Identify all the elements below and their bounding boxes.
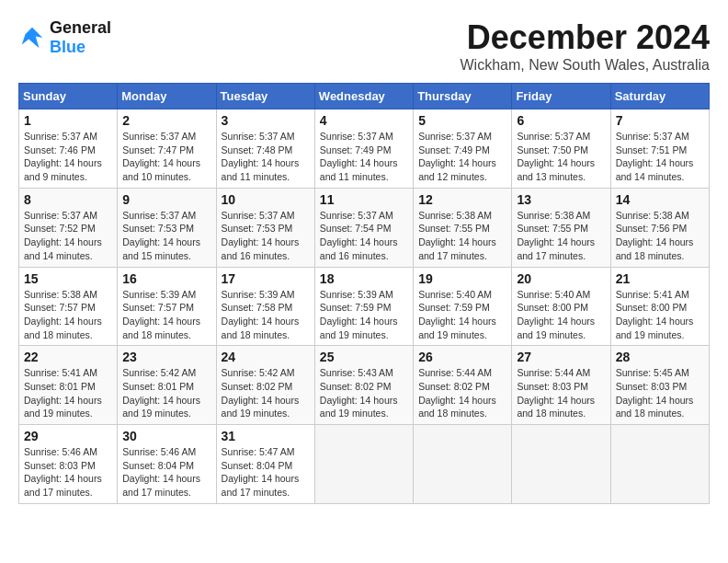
day-info: Sunrise: 5:39 AM Sunset: 7:59 PM Dayligh… — [320, 288, 408, 342]
day-info: Sunrise: 5:39 AM Sunset: 7:58 PM Dayligh… — [222, 288, 310, 342]
weekday-header-wednesday: Wednesday — [314, 84, 413, 109]
day-info: Sunrise: 5:44 AM Sunset: 8:02 PM Dayligh… — [418, 366, 506, 420]
day-number: 19 — [418, 271, 506, 286]
day-number: 20 — [517, 271, 605, 286]
day-cell: 22Sunrise: 5:41 AM Sunset: 8:01 PM Dayli… — [19, 346, 118, 425]
day-number: 27 — [517, 350, 605, 364]
day-info: Sunrise: 5:42 AM Sunset: 8:01 PM Dayligh… — [122, 366, 210, 420]
day-cell: 31Sunrise: 5:47 AM Sunset: 8:04 PM Dayli… — [216, 425, 314, 504]
day-info: Sunrise: 5:46 AM Sunset: 8:03 PM Dayligh… — [24, 445, 112, 500]
calendar: SundayMondayTuesdayWednesdayThursdayFrid… — [18, 83, 710, 504]
day-number: 18 — [320, 271, 408, 286]
day-number: 1 — [24, 113, 112, 128]
weekday-header-sunday: Sunday — [19, 84, 118, 109]
day-number: 6 — [517, 113, 605, 128]
day-number: 13 — [517, 192, 605, 207]
day-number: 17 — [222, 271, 310, 286]
weekday-header-thursday: Thursday — [414, 84, 512, 109]
day-number: 24 — [222, 350, 310, 364]
day-info: Sunrise: 5:39 AM Sunset: 7:57 PM Dayligh… — [122, 288, 210, 342]
day-number: 26 — [418, 350, 506, 364]
weekday-header-row: SundayMondayTuesdayWednesdayThursdayFrid… — [19, 84, 710, 109]
day-cell: 12Sunrise: 5:38 AM Sunset: 7:55 PM Dayli… — [414, 188, 512, 267]
logo-icon — [18, 24, 46, 52]
day-info: Sunrise: 5:42 AM Sunset: 8:02 PM Dayligh… — [222, 366, 310, 420]
day-cell: 3Sunrise: 5:37 AM Sunset: 7:48 PM Daylig… — [216, 109, 314, 189]
day-info: Sunrise: 5:45 AM Sunset: 8:03 PM Dayligh… — [616, 366, 704, 420]
day-cell: 25Sunrise: 5:43 AM Sunset: 8:02 PM Dayli… — [314, 346, 413, 425]
logo: General Blue — [18, 18, 111, 57]
day-info: Sunrise: 5:47 AM Sunset: 8:04 PM Dayligh… — [222, 445, 310, 500]
day-cell — [414, 425, 512, 504]
day-cell: 20Sunrise: 5:40 AM Sunset: 8:00 PM Dayli… — [512, 267, 610, 346]
day-info: Sunrise: 5:38 AM Sunset: 7:55 PM Dayligh… — [418, 209, 506, 263]
day-cell: 2Sunrise: 5:37 AM Sunset: 7:47 PM Daylig… — [118, 109, 216, 189]
day-cell: 7Sunrise: 5:37 AM Sunset: 7:51 PM Daylig… — [610, 109, 709, 189]
weekday-header-monday: Monday — [118, 84, 216, 109]
weekday-header-tuesday: Tuesday — [216, 84, 314, 109]
day-cell: 28Sunrise: 5:45 AM Sunset: 8:03 PM Dayli… — [610, 346, 709, 425]
logo-text: General Blue — [50, 18, 111, 57]
day-info: Sunrise: 5:40 AM Sunset: 8:00 PM Dayligh… — [517, 288, 605, 342]
day-number: 12 — [418, 192, 506, 207]
day-number: 8 — [24, 192, 112, 207]
day-info: Sunrise: 5:41 AM Sunset: 8:00 PM Dayligh… — [616, 288, 704, 342]
day-info: Sunrise: 5:37 AM Sunset: 7:48 PM Dayligh… — [222, 130, 310, 184]
day-cell: 14Sunrise: 5:38 AM Sunset: 7:56 PM Dayli… — [610, 188, 709, 267]
day-cell: 30Sunrise: 5:46 AM Sunset: 8:04 PM Dayli… — [118, 425, 216, 504]
weekday-header-saturday: Saturday — [610, 84, 709, 109]
day-cell: 17Sunrise: 5:39 AM Sunset: 7:58 PM Dayli… — [216, 267, 314, 346]
day-cell: 13Sunrise: 5:38 AM Sunset: 7:55 PM Dayli… — [512, 188, 610, 267]
day-cell: 21Sunrise: 5:41 AM Sunset: 8:00 PM Dayli… — [610, 267, 709, 346]
day-number: 7 — [616, 113, 704, 128]
day-cell — [610, 425, 709, 504]
day-info: Sunrise: 5:43 AM Sunset: 8:02 PM Dayligh… — [320, 366, 408, 420]
location: Wickham, New South Wales, Australia — [461, 57, 711, 74]
day-info: Sunrise: 5:37 AM Sunset: 7:53 PM Dayligh… — [222, 209, 310, 263]
day-info: Sunrise: 5:38 AM Sunset: 7:56 PM Dayligh… — [616, 209, 704, 263]
week-row-2: 8Sunrise: 5:37 AM Sunset: 7:52 PM Daylig… — [19, 188, 710, 267]
day-number: 23 — [122, 350, 210, 364]
day-number: 9 — [122, 192, 210, 207]
day-number: 29 — [24, 429, 112, 443]
day-number: 25 — [320, 350, 408, 364]
day-info: Sunrise: 5:37 AM Sunset: 7:54 PM Dayligh… — [320, 209, 408, 263]
day-cell: 29Sunrise: 5:46 AM Sunset: 8:03 PM Dayli… — [19, 425, 118, 504]
day-cell: 10Sunrise: 5:37 AM Sunset: 7:53 PM Dayli… — [216, 188, 314, 267]
day-cell: 26Sunrise: 5:44 AM Sunset: 8:02 PM Dayli… — [414, 346, 512, 425]
day-info: Sunrise: 5:37 AM Sunset: 7:47 PM Dayligh… — [122, 130, 210, 184]
day-cell: 8Sunrise: 5:37 AM Sunset: 7:52 PM Daylig… — [19, 188, 118, 267]
svg-marker-0 — [22, 28, 43, 49]
day-info: Sunrise: 5:44 AM Sunset: 8:03 PM Dayligh… — [517, 366, 605, 420]
day-number: 28 — [616, 350, 704, 364]
day-cell: 11Sunrise: 5:37 AM Sunset: 7:54 PM Dayli… — [314, 188, 413, 267]
day-cell: 18Sunrise: 5:39 AM Sunset: 7:59 PM Dayli… — [314, 267, 413, 346]
day-number: 4 — [320, 113, 408, 128]
day-number: 14 — [616, 192, 704, 207]
day-info: Sunrise: 5:37 AM Sunset: 7:49 PM Dayligh… — [418, 130, 506, 184]
day-number: 10 — [222, 192, 310, 207]
day-info: Sunrise: 5:37 AM Sunset: 7:53 PM Dayligh… — [122, 209, 210, 263]
week-row-1: 1Sunrise: 5:37 AM Sunset: 7:46 PM Daylig… — [19, 109, 710, 189]
day-cell: 1Sunrise: 5:37 AM Sunset: 7:46 PM Daylig… — [19, 109, 118, 189]
day-number: 21 — [616, 271, 704, 286]
day-info: Sunrise: 5:38 AM Sunset: 7:55 PM Dayligh… — [517, 209, 605, 263]
day-info: Sunrise: 5:46 AM Sunset: 8:04 PM Dayligh… — [122, 445, 210, 500]
day-number: 5 — [418, 113, 506, 128]
day-number: 3 — [222, 113, 310, 128]
header: General Blue December 2024 Wickham, New … — [18, 18, 710, 74]
day-cell: 23Sunrise: 5:42 AM Sunset: 8:01 PM Dayli… — [118, 346, 216, 425]
week-row-5: 29Sunrise: 5:46 AM Sunset: 8:03 PM Dayli… — [19, 425, 710, 504]
day-number: 2 — [122, 113, 210, 128]
month-title: December 2024 — [461, 18, 711, 57]
day-cell: 27Sunrise: 5:44 AM Sunset: 8:03 PM Dayli… — [512, 346, 610, 425]
day-cell: 16Sunrise: 5:39 AM Sunset: 7:57 PM Dayli… — [118, 267, 216, 346]
day-info: Sunrise: 5:37 AM Sunset: 7:51 PM Dayligh… — [616, 130, 704, 184]
day-cell: 4Sunrise: 5:37 AM Sunset: 7:49 PM Daylig… — [314, 109, 413, 189]
day-info: Sunrise: 5:40 AM Sunset: 7:59 PM Dayligh… — [418, 288, 506, 342]
day-cell: 19Sunrise: 5:40 AM Sunset: 7:59 PM Dayli… — [414, 267, 512, 346]
weekday-header-friday: Friday — [512, 84, 610, 109]
day-number: 15 — [24, 271, 112, 286]
day-info: Sunrise: 5:41 AM Sunset: 8:01 PM Dayligh… — [24, 366, 112, 420]
day-info: Sunrise: 5:37 AM Sunset: 7:49 PM Dayligh… — [320, 130, 408, 184]
